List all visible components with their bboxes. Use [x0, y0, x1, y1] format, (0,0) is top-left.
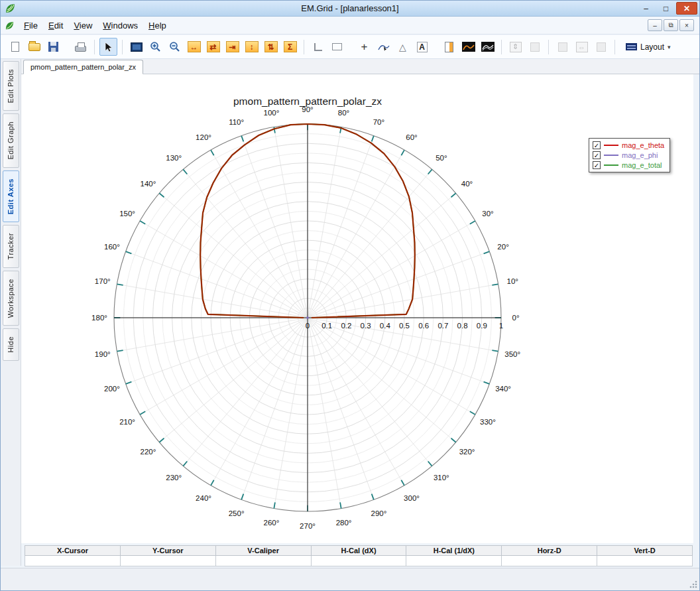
pointer-arrow-icon: [103, 42, 113, 52]
title-bar[interactable]: EM.Grid - [planarlesson1] – □ ✕: [1, 1, 699, 17]
layout-dropdown-button[interactable]: Layout ▾: [620, 40, 677, 54]
menu-windows[interactable]: Windows: [97, 18, 143, 33]
resize-grip[interactable]: [689, 580, 698, 589]
rectangle-tool-button[interactable]: [328, 38, 346, 56]
svg-text:0.1: 0.1: [321, 322, 332, 330]
expand-vertical-button[interactable]: ↕: [243, 38, 261, 56]
svg-text:50°: 50°: [436, 154, 447, 162]
svg-text:190°: 190°: [95, 350, 111, 358]
sidebar: Edit Plots Edit Graph Edit Axes Tracker …: [1, 59, 21, 566]
menu-edit[interactable]: Edit: [43, 18, 68, 33]
waveform-multi-button[interactable]: [479, 38, 496, 56]
trace-cursor-button[interactable]: [375, 38, 392, 56]
pointer-select-button[interactable]: [99, 38, 117, 56]
sidebar-tab-edit-plots[interactable]: Edit Plots: [3, 61, 19, 111]
rectangle-tool-icon: [332, 43, 342, 50]
fit-vertical-icon: ⇕: [510, 42, 522, 52]
maximize-button[interactable]: □: [656, 2, 675, 15]
text-tool-button[interactable]: A: [413, 38, 431, 56]
plot-area[interactable]: 0°10°20°30°40°50°60°70°80°90°100°110°120…: [21, 74, 693, 543]
open-folder-icon: [29, 43, 40, 51]
fit-horizontal-button[interactable]: ⇔: [573, 38, 591, 56]
menu-view[interactable]: View: [68, 18, 97, 33]
zoom-window-button[interactable]: [127, 38, 145, 56]
close-button[interactable]: ✕: [676, 2, 697, 15]
page-marker-button[interactable]: [440, 38, 458, 56]
layout-icon: [626, 43, 637, 50]
svg-text:60°: 60°: [406, 133, 417, 141]
new-document-icon: [11, 42, 19, 52]
sidebar-tab-edit-graph[interactable]: Edit Graph: [3, 113, 19, 168]
readout-value: [215, 556, 311, 566]
svg-text:180°: 180°: [91, 314, 107, 322]
mdi-window-controls: – ⧉ ×: [648, 19, 697, 31]
svg-text:110°: 110°: [229, 118, 244, 126]
svg-text:0.5: 0.5: [399, 322, 410, 330]
open-file-button[interactable]: [25, 38, 43, 56]
readout-value: [406, 556, 501, 566]
snap-horizontal-button[interactable]: ⇥: [223, 38, 241, 56]
corner-tool-button[interactable]: [309, 38, 327, 56]
legend-checkbox-mag-e-theta[interactable]: ✓: [593, 141, 601, 149]
document-tab-bar: pmom_pattern_pattern_polar_zx: [21, 59, 699, 74]
readout-value-row: [25, 556, 693, 566]
svg-text:70°: 70°: [373, 118, 384, 126]
fit-vertical-button[interactable]: ⇕: [506, 38, 524, 56]
menu-file[interactable]: File: [19, 18, 43, 33]
save-button[interactable]: [44, 38, 62, 56]
svg-text:320°: 320°: [459, 448, 475, 456]
sidebar-tab-workspace[interactable]: Workspace: [3, 271, 19, 326]
sidebar-tab-hide[interactable]: Hide: [3, 328, 19, 361]
menu-help[interactable]: Help: [143, 18, 172, 33]
pan-vertical-button[interactable]: ⇅: [262, 38, 280, 56]
legend-checkbox-mag-e-total[interactable]: ✓: [593, 161, 601, 169]
autoscale-button[interactable]: Σ: [281, 38, 299, 56]
mdi-minimize-button[interactable]: –: [648, 19, 662, 31]
svg-text:130°: 130°: [166, 154, 182, 162]
legend: ✓ mag_e_theta ✓ mag_e_phi ✓ mag_e_total: [589, 138, 670, 172]
text-tool-icon: A: [417, 42, 428, 52]
gray-tool-2-button[interactable]: [554, 38, 571, 56]
gray-tool-3-button[interactable]: [592, 38, 610, 56]
save-floppy-icon: [48, 42, 58, 52]
readout-header: V-Caliper: [215, 545, 311, 556]
readout-value: [311, 556, 406, 566]
document-tab[interactable]: pmom_pattern_pattern_polar_zx: [23, 60, 143, 74]
pan-vertical-icon: ⇅: [264, 41, 278, 52]
zoom-in-button[interactable]: [146, 38, 164, 56]
app-window: EM.Grid - [planarlesson1] – □ ✕ File Edi…: [0, 0, 700, 591]
legend-row: ✓ mag_e_theta: [593, 141, 664, 149]
zoom-out-button[interactable]: [166, 38, 184, 56]
sidebar-tab-tracker[interactable]: Tracker: [3, 225, 19, 267]
print-button[interactable]: [72, 38, 89, 56]
svg-text:20°: 20°: [497, 243, 508, 251]
waveform-multi-icon: [481, 42, 495, 52]
svg-text:200°: 200°: [104, 385, 120, 393]
legend-checkbox-mag-e-phi[interactable]: ✓: [593, 151, 601, 159]
sidebar-tab-edit-axes[interactable]: Edit Axes: [3, 170, 19, 222]
svg-text:300°: 300°: [404, 494, 420, 502]
svg-text:250°: 250°: [229, 509, 245, 517]
triangle-marker-button[interactable]: △: [394, 38, 412, 56]
minimize-button[interactable]: –: [636, 2, 656, 15]
readout-value: [120, 556, 215, 566]
svg-text:100°: 100°: [264, 109, 280, 117]
main-toolbar: ↔ ⇄ ⇥ ↕ ⇅ Σ + △ A: [1, 35, 699, 59]
gray-tool-1-button[interactable]: [526, 38, 544, 56]
autoscale-sum-icon: Σ: [284, 41, 297, 52]
expand-horizontal-button[interactable]: ↔: [185, 38, 203, 56]
svg-text:30°: 30°: [482, 210, 493, 218]
waveform-single-button[interactable]: [459, 38, 477, 56]
mdi-close-button[interactable]: ×: [679, 19, 694, 31]
svg-text:310°: 310°: [434, 474, 449, 482]
mdi-restore-button[interactable]: ⧉: [664, 19, 678, 31]
readout-header: Horz-D: [501, 545, 597, 556]
waveform-single-icon: [462, 42, 475, 52]
crosshair-tool-button[interactable]: +: [355, 38, 373, 56]
new-document-button[interactable]: [6, 38, 24, 56]
svg-text:140°: 140°: [141, 180, 156, 188]
expand-vertical-icon: ↕: [245, 41, 259, 52]
svg-text:80°: 80°: [338, 109, 349, 117]
pan-horizontal-button[interactable]: ⇄: [204, 38, 222, 56]
svg-text:330°: 330°: [480, 418, 496, 426]
